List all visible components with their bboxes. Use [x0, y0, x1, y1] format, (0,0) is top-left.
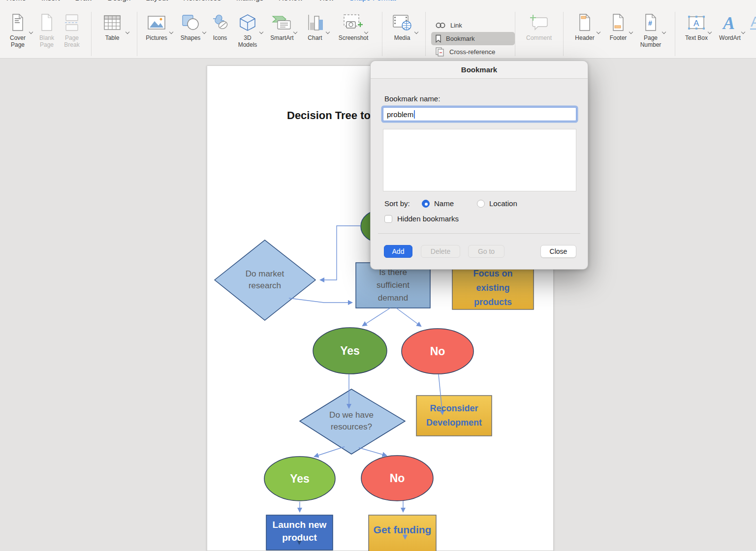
ribbon-separator: [425, 12, 426, 56]
link-icon: [435, 22, 446, 29]
bookmark-name-label: Bookmark name:: [384, 94, 440, 103]
cross-reference-button[interactable]: Cross-reference: [431, 45, 515, 59]
word-window: Home Insert Draw Design Layout Reference…: [0, 0, 756, 551]
bookmark-dialog: Bookmark Bookmark name: problem Sort by:…: [370, 61, 588, 270]
add-button[interactable]: Add: [384, 245, 412, 258]
media-button[interactable]: Media: [387, 12, 417, 42]
pictures-button[interactable]: Pictures: [140, 12, 173, 42]
ribbon-separator: [91, 12, 92, 56]
ribbon-tab-bar: Home Insert Draw Design Layout Reference…: [0, 0, 756, 8]
sort-name-label: Name: [434, 199, 454, 208]
page-break-icon: [64, 12, 79, 33]
tab-layout[interactable]: Layout: [146, 0, 168, 8]
table-icon: [103, 12, 121, 33]
yes2-node[interactable]: [264, 457, 335, 501]
svg-text:A: A: [751, 13, 756, 30]
sort-by-row: Sort by: Name Location: [384, 199, 517, 208]
bookmark-button[interactable]: Bookmark: [431, 32, 515, 45]
wordart-icon: A: [721, 12, 739, 33]
tab-review[interactable]: Review: [279, 0, 303, 8]
tab-draw[interactable]: Draw: [75, 0, 93, 8]
tab-insert[interactable]: Insert: [41, 0, 60, 8]
text-caret: [414, 110, 415, 119]
svg-text:A: A: [693, 19, 699, 28]
sort-location-label: Location: [489, 199, 517, 208]
ribbon-separator: [515, 12, 515, 56]
insert-ribbon: Cover Page Blank Page Page Break Table: [0, 8, 756, 59]
tab-home[interactable]: Home: [6, 0, 26, 8]
pictures-icon: [147, 12, 166, 33]
market-research-diamond[interactable]: [215, 240, 315, 320]
smartart-icon: [272, 12, 292, 33]
close-button[interactable]: Close: [540, 245, 576, 258]
drop-cap-button[interactable]: A: [746, 12, 756, 33]
cross-reference-icon: [435, 47, 445, 57]
table-button[interactable]: Table: [97, 12, 127, 42]
tab-mailings[interactable]: Mailings: [236, 0, 263, 8]
ribbon-separator: [137, 12, 137, 56]
goto-button: Go to: [468, 245, 504, 258]
header-icon: [578, 12, 592, 33]
cover-page-button[interactable]: Cover Page: [4, 12, 32, 48]
svg-text:A: A: [722, 13, 735, 32]
no1-node[interactable]: [402, 329, 473, 374]
launch-product-box[interactable]: [266, 515, 333, 550]
blank-page-icon: [40, 12, 54, 33]
icons-button[interactable]: Icons: [207, 12, 233, 42]
text-box-button[interactable]: A Text Box: [680, 12, 713, 42]
tab-shape-format[interactable]: Shape Format: [349, 0, 396, 8]
screenshot-icon: [343, 12, 364, 33]
tab-design[interactable]: Design: [108, 0, 131, 8]
comment-button: Comment: [523, 12, 555, 42]
link-button[interactable]: Link: [431, 19, 515, 32]
hidden-bookmarks-checkbox[interactable]: [384, 215, 392, 223]
ribbon-separator: [563, 12, 564, 56]
3d-models-button[interactable]: 3D Models: [234, 12, 261, 48]
sort-name-radio[interactable]: [422, 200, 430, 208]
dialog-title: Bookmark: [371, 61, 588, 79]
resources-diamond[interactable]: [300, 389, 405, 454]
dialog-divider: [378, 233, 580, 234]
chart-button[interactable]: Chart: [301, 12, 329, 42]
blank-page-button: Blank Page: [33, 12, 61, 48]
hidden-bookmarks-row: Hidden bookmarks: [384, 214, 459, 223]
yes1-node[interactable]: [313, 328, 387, 374]
bookmark-icon: [435, 34, 441, 43]
ribbon-separator: [675, 12, 675, 56]
bookmark-name-value: problem: [387, 110, 413, 119]
bookmark-name-input[interactable]: problem: [383, 107, 576, 121]
hidden-bookmarks-label: Hidden bookmarks: [397, 214, 459, 223]
svg-text:#: #: [648, 19, 652, 27]
page-number-button[interactable]: # Page Number: [636, 12, 665, 48]
footer-icon: [611, 12, 625, 33]
drop-cap-icon: A: [749, 12, 756, 33]
text-box-icon: A: [687, 12, 706, 33]
get-funding-box[interactable]: [369, 515, 436, 551]
chart-icon: [307, 12, 323, 33]
shapes-button[interactable]: Shapes: [175, 12, 206, 42]
screenshot-button[interactable]: Screenshot: [334, 12, 373, 42]
duck-icon: [211, 12, 229, 33]
sort-location-radio[interactable]: [477, 200, 485, 208]
header-button[interactable]: Header: [570, 12, 599, 42]
comment-icon: [529, 12, 549, 33]
delete-button: Delete: [421, 245, 460, 258]
wordart-button[interactable]: A WordArt: [714, 12, 746, 42]
cube-3d-icon: [239, 12, 256, 33]
ribbon-separator: [382, 12, 382, 56]
smartart-button[interactable]: SmartArt: [266, 12, 298, 42]
media-icon: [392, 12, 412, 33]
reconsider-box[interactable]: [416, 396, 492, 436]
tab-view[interactable]: View: [318, 0, 334, 8]
page-number-icon: #: [644, 12, 658, 33]
focus-existing-box[interactable]: [452, 266, 534, 309]
no2-node[interactable]: [361, 456, 433, 501]
bookmark-list[interactable]: [383, 129, 576, 191]
tab-references[interactable]: References: [183, 0, 221, 8]
page-break-button: Page Break: [58, 12, 86, 48]
footer-button[interactable]: Footer: [603, 12, 633, 42]
cover-page-icon: [11, 12, 25, 33]
sort-by-label: Sort by:: [384, 199, 422, 208]
shapes-icon: [181, 12, 200, 33]
